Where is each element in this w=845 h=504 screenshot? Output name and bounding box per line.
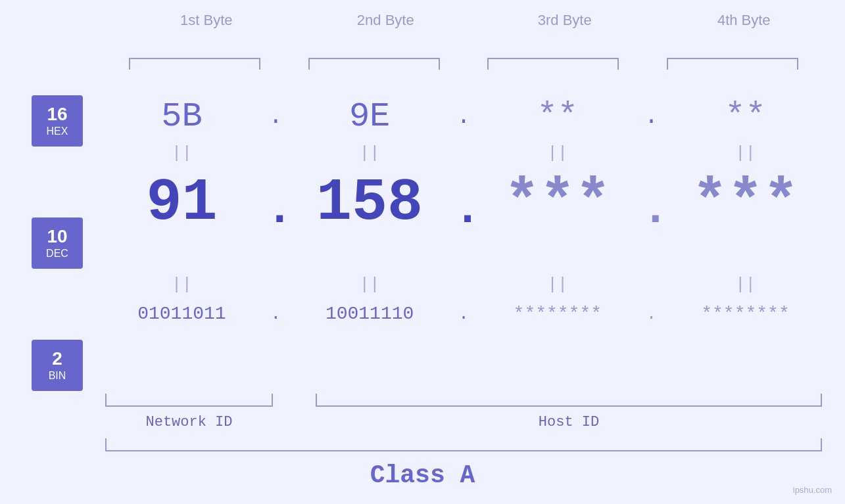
hex-number: 16 xyxy=(47,105,67,124)
hex-dot-3: . xyxy=(642,103,662,130)
bin-badge: 2 BIN xyxy=(32,340,83,391)
dec-name: DEC xyxy=(46,248,68,260)
bin-number: 2 xyxy=(52,350,62,368)
hex-dot-1: . xyxy=(266,103,285,130)
dec-byte-1: 91 xyxy=(112,170,251,237)
class-row: Class A xyxy=(0,461,845,490)
hex-byte-3: ** xyxy=(489,97,627,136)
bin-byte-3: ******** xyxy=(489,304,627,324)
bin-dot-2: . xyxy=(454,304,473,324)
watermark: ipshu.com xyxy=(793,485,832,495)
dec-dot-3: . xyxy=(642,184,662,236)
dec-byte-2: 158 xyxy=(301,170,439,237)
bin-name: BIN xyxy=(49,370,66,382)
byte-header-1: 1st Byte xyxy=(134,12,279,29)
main-container: 1st Byte 2nd Byte 3rd Byte 4th Byte 16 H… xyxy=(0,0,845,504)
hex-name: HEX xyxy=(47,126,68,137)
host-id-label: Host ID xyxy=(316,414,822,430)
dec-dot-2: . xyxy=(454,184,473,236)
bracket-byte-4 xyxy=(667,58,798,70)
bracket-byte-1 xyxy=(129,58,260,70)
dec-dot-1: . xyxy=(266,184,285,236)
hex-badge: 16 HEX xyxy=(32,95,83,147)
bin-row: 01011011 . 10011110 . ******** . *******… xyxy=(105,304,822,324)
overall-bottom-bracket xyxy=(105,438,822,451)
byte-header-2: 2nd Byte xyxy=(313,12,458,29)
bin-byte-1: 01011011 xyxy=(112,304,251,324)
bin-byte-4: ******** xyxy=(676,304,814,324)
dec-byte-3: *** xyxy=(489,170,627,237)
network-id-bracket xyxy=(105,394,273,407)
hex-byte-4: ** xyxy=(676,97,814,136)
host-id-bracket xyxy=(316,394,822,407)
top-brackets xyxy=(105,58,822,70)
byte-header-3: 3rd Byte xyxy=(493,12,637,29)
bin-byte-2: 10011110 xyxy=(301,304,439,324)
bracket-byte-2 xyxy=(308,58,440,70)
dec-byte-4: *** xyxy=(676,170,814,237)
bin-dot-3: . xyxy=(642,304,662,324)
byte-header-4: 4th Byte xyxy=(671,12,816,29)
dec-number: 10 xyxy=(47,227,67,246)
bracket-byte-3 xyxy=(487,58,619,70)
equals-row-1: || || || || xyxy=(105,143,822,163)
dec-badge: 10 DEC xyxy=(32,218,83,269)
hex-row: 5B . 9E . ** . ** xyxy=(105,97,822,136)
equals-row-2: || || || || xyxy=(105,275,822,294)
class-label: Class A xyxy=(370,461,475,490)
bin-dot-1: . xyxy=(266,304,285,324)
hex-byte-1: 5B xyxy=(112,97,251,136)
hex-byte-2: 9E xyxy=(301,97,439,136)
dec-row: 91 . 158 . *** . *** xyxy=(105,170,822,237)
base-labels: 16 HEX 10 DEC 2 BIN xyxy=(32,95,83,391)
network-id-label: Network ID xyxy=(105,414,273,430)
hex-dot-2: . xyxy=(454,103,473,130)
